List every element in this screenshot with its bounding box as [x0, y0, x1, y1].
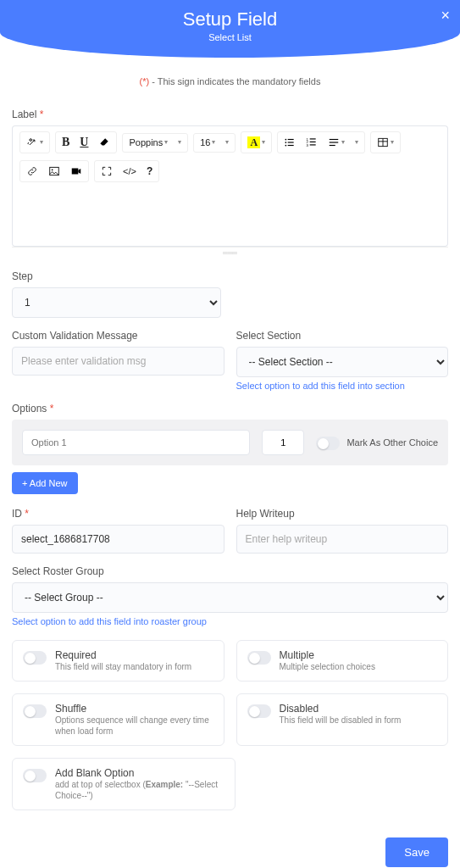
svg-point-4: [285, 145, 287, 147]
custom-validation-label: Custom Validation Message: [12, 330, 224, 342]
paragraph-icon[interactable]: ▾: [323, 133, 350, 152]
svg-point-0: [285, 139, 287, 141]
id-label: ID *: [12, 508, 224, 520]
required-desc: This field will stay mandatory in form: [55, 661, 213, 672]
multiple-toggle[interactable]: [247, 651, 271, 665]
label-editor[interactable]: [12, 187, 448, 247]
modal-header: Setup Field Select List ×: [0, 0, 460, 58]
link-icon[interactable]: [21, 162, 43, 181]
select-section-dropdown[interactable]: -- Select Section --: [236, 347, 449, 377]
add-new-button[interactable]: + Add New: [12, 472, 78, 494]
step-label: Step: [12, 270, 448, 282]
blank-option-card: Add Blank Option add at top of selectbox…: [12, 758, 236, 810]
disabled-toggle[interactable]: [247, 704, 271, 718]
disabled-title: Disabled: [280, 703, 438, 715]
font-family-select[interactable]: Poppins ▾: [124, 135, 173, 151]
svg-rect-5: [288, 145, 294, 146]
svg-text:3: 3: [307, 143, 309, 147]
magic-icon[interactable]: ▾: [21, 133, 48, 152]
shuffle-desc: Options sequence will change every time …: [55, 715, 213, 737]
blank-option-toggle[interactable]: [23, 769, 47, 782]
table-icon[interactable]: ▾: [372, 133, 399, 152]
svg-rect-11: [310, 144, 316, 145]
modal-title: Setup Field: [0, 8, 460, 31]
svg-rect-14: [330, 145, 335, 146]
roster-select[interactable]: -- Select Group --: [12, 582, 448, 613]
roster-label: Select Roster Group: [12, 565, 448, 577]
option-row: Mark As Other Choice: [12, 420, 448, 465]
editor-resize-handle[interactable]: ═══: [12, 247, 448, 259]
code-view-icon[interactable]: </>: [118, 164, 141, 180]
select-section-help: Select option to add this field into sec…: [236, 381, 449, 391]
close-icon[interactable]: ×: [441, 7, 450, 25]
font-family-more[interactable]: ▾: [173, 136, 186, 149]
svg-point-19: [52, 169, 53, 170]
mandatory-hint: (*) - This sign indicates the mandatory …: [12, 58, 448, 108]
ordered-list-icon[interactable]: 123: [301, 133, 323, 152]
blank-option-title: Add Blank Option: [55, 767, 224, 779]
svg-rect-3: [288, 142, 294, 142]
bold-button[interactable]: B: [57, 133, 75, 152]
image-icon[interactable]: [43, 162, 65, 181]
save-button[interactable]: Save: [385, 837, 448, 867]
custom-validation-input[interactable]: [12, 347, 224, 376]
mark-other-toggle[interactable]: [316, 437, 340, 450]
video-icon[interactable]: [65, 162, 87, 181]
font-size-select[interactable]: 16 ▾: [195, 135, 220, 151]
svg-point-2: [285, 142, 287, 143]
multiple-desc: Multiple selection choices: [280, 661, 438, 672]
underline-button[interactable]: U: [75, 133, 93, 152]
select-section-label: Select Section: [236, 330, 449, 342]
svg-rect-12: [330, 139, 339, 140]
option-order-input[interactable]: [262, 430, 304, 455]
svg-rect-20: [72, 169, 79, 175]
shuffle-title: Shuffle: [55, 703, 213, 715]
required-card: Required This field will stay mandatory …: [12, 640, 224, 682]
shuffle-card: Shuffle Options sequence will change eve…: [12, 693, 224, 746]
options-label: Options *: [12, 403, 448, 415]
mark-other-label: Mark As Other Choice: [346, 437, 438, 448]
svg-rect-1: [288, 139, 294, 140]
rich-text-toolbar: ▾ B U Poppins ▾ ▾ 16 ▾ ▾ A ▾ 123 ▾: [12, 125, 448, 187]
unordered-list-icon[interactable]: [279, 133, 301, 152]
disabled-card: Disabled This field will be disabled in …: [236, 693, 449, 746]
label-field-label: Label *: [12, 108, 448, 120]
help-icon[interactable]: ?: [141, 163, 158, 180]
paragraph-more[interactable]: ▾: [350, 136, 363, 149]
help-writeup-label: Help Writeup: [236, 508, 449, 520]
id-input[interactable]: [12, 525, 224, 554]
multiple-title: Multiple: [280, 649, 438, 661]
modal-subtitle: Select List: [0, 32, 460, 42]
fullscreen-icon[interactable]: [96, 162, 118, 181]
option-name-input[interactable]: [22, 430, 250, 455]
svg-rect-7: [310, 138, 316, 139]
required-title: Required: [55, 649, 213, 661]
roster-help: Select option to add this field into roa…: [12, 616, 448, 626]
disabled-desc: This field will be disabled in form: [280, 715, 438, 726]
multiple-card: Multiple Multiple selection choices: [236, 640, 449, 682]
eraser-icon[interactable]: [93, 133, 115, 152]
shuffle-toggle[interactable]: [23, 704, 47, 718]
svg-rect-9: [310, 142, 316, 142]
help-writeup-input[interactable]: [236, 525, 449, 554]
font-size-more[interactable]: ▾: [220, 136, 234, 149]
required-toggle[interactable]: [23, 651, 47, 665]
step-select[interactable]: 1: [12, 287, 221, 318]
highlight-button[interactable]: A ▾: [242, 133, 270, 152]
svg-rect-13: [330, 142, 339, 142]
blank-option-desc: add at top of selectbox (Example: "--Sel…: [55, 779, 224, 801]
